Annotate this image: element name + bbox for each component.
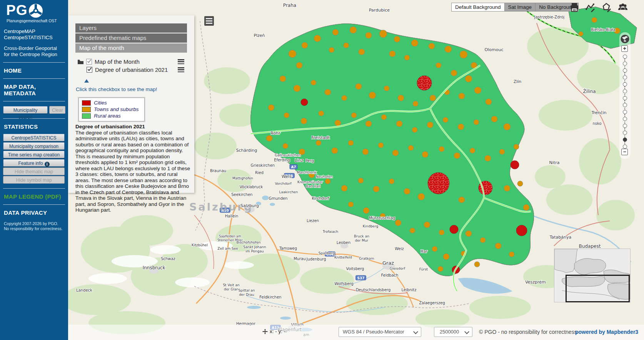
svg-text:Bad Hall: Bad Hall: [306, 184, 320, 188]
svg-text:Weiz: Weiz: [395, 247, 404, 251]
users-icon[interactable]: [618, 2, 628, 12]
zoom-slider-stop[interactable]: [623, 55, 627, 59]
municipality-comparison-button[interactable]: Municipality comparison: [3, 142, 65, 150]
print-icon[interactable]: [569, 2, 579, 12]
svg-text:Wels: Wels: [282, 174, 292, 179]
zoom-slider-stop[interactable]: [623, 124, 627, 128]
centropemap-link[interactable]: CentropeMAP: [4, 28, 35, 34]
svg-text:Zalaegerszeg: Zalaegerszeg: [419, 301, 445, 305]
zoom-slider-stop[interactable]: [623, 110, 627, 114]
pgo-logo-text: PG: [6, 3, 27, 18]
centropestatistics-button[interactable]: CentropeSTATISTICS: [3, 134, 65, 141]
accordion-map-of-the-month[interactable]: Map of the month: [75, 43, 187, 53]
zoom-slider-stop[interactable]: [623, 68, 627, 73]
zoom-out-button[interactable]: −: [621, 149, 628, 155]
zoom-slider-stop[interactable]: [623, 117, 627, 121]
svg-text:der Mur: der Mur: [355, 239, 369, 242]
svg-text:Seekirchen: Seekirchen: [231, 192, 252, 197]
powered-by-link[interactable]: powered by Mapbender3: [575, 329, 638, 335]
folder-icon: [77, 59, 84, 65]
measure-area-icon[interactable]: [602, 2, 612, 12]
city-sopron: [450, 225, 458, 234]
map-tools: [569, 2, 628, 12]
srs-select[interactable]: WGS 84 / Pseudo-Mercator: [339, 327, 421, 337]
legend-item: Rural areas: [82, 113, 139, 119]
svg-text:Bischofshofen: Bischofshofen: [237, 240, 261, 244]
hint-link[interactable]: Click this checkbox to see the map!: [68, 83, 194, 92]
svg-text:Freistadt: Freistadt: [311, 135, 330, 140]
svg-text:Fürst: Fürst: [419, 267, 428, 271]
zoom-world-extent-icon[interactable]: [621, 35, 629, 43]
svg-text:Leibnitz: Leibnitz: [402, 288, 417, 292]
nav-home[interactable]: HOME: [0, 63, 68, 74]
hide-thematic-map-button: Hide thematic map: [3, 168, 65, 175]
svg-text:Murau: Murau: [294, 257, 306, 261]
svg-text:der Glan: der Glan: [224, 287, 239, 291]
legend-item: Cities: [82, 100, 139, 106]
accordion-layers[interactable]: Layers: [75, 23, 187, 33]
svg-text:der Drau: der Drau: [239, 293, 254, 297]
layer-label[interactable]: Map of the Month: [95, 58, 178, 65]
zoom-slider-stop[interactable]: [623, 75, 627, 80]
nav-map-data-metadata[interactable]: MAP DATA, METADATA: [0, 79, 68, 96]
info-icon: i: [45, 162, 50, 167]
layer-checkbox-map-of-the-month[interactable]: [86, 59, 92, 65]
zoom-slider-stop[interactable]: [623, 96, 627, 100]
zoom-in-button[interactable]: +: [621, 45, 628, 52]
sidepane-toggle-icon[interactable]: [204, 16, 214, 26]
legend-label: Cities: [94, 100, 107, 106]
svg-text:nsko: nsko: [592, 121, 601, 126]
layer-menu-icon[interactable]: [178, 59, 184, 64]
svg-text:Judenburg: Judenburg: [306, 257, 326, 261]
sidebar: PG Planungsgemeinschaft OST CentropeMAP …: [0, 0, 68, 340]
default-background-button[interactable]: Default Background: [451, 3, 505, 12]
layer-label[interactable]: Degree of urbanisation 2021: [95, 66, 178, 73]
zoom-slider-stop[interactable]: [623, 61, 627, 66]
svg-text:Perg: Perg: [305, 159, 314, 163]
layer-panel: LayersPredefined thematic mapsMap of the…: [68, 15, 194, 193]
svg-text:Tamsweg: Tamsweg: [279, 246, 297, 250]
zoom-slider-stop[interactable]: [623, 89, 627, 93]
thematic-legend: CitiesTowns and suburbsRural areas: [78, 98, 145, 121]
layer-checkbox-degree-of-urbanisation[interactable]: [87, 67, 92, 73]
layer-description: Degree of urbanisation 2021 The degree o…: [68, 121, 194, 213]
overview-extent-rectangle[interactable]: [566, 275, 630, 302]
svg-text:Feldkirchen: Feldkirchen: [259, 295, 281, 299]
svg-text:Linz: Linz: [295, 158, 303, 163]
accordion-predefined-thematic-maps[interactable]: Predefined thematic maps: [75, 33, 187, 43]
svg-text:Gleisdorf: Gleisdorf: [390, 267, 405, 270]
zoom-slider-stop[interactable]: [623, 144, 627, 149]
zoom-slider-stop[interactable]: [623, 82, 627, 86]
scale-select[interactable]: 2500000: [434, 327, 472, 337]
zoom-slider[interactable]: [619, 55, 631, 148]
svg-text:Jastrzębie-Zdrój: Jastrzębie-Zdrój: [534, 15, 565, 19]
zoom-slider-stop[interactable]: [623, 103, 627, 107]
chevron-down-icon: [464, 329, 469, 334]
municipality-search-button[interactable]: Municipality search: [3, 106, 48, 114]
feature-info-button[interactable]: Feature infoi: [3, 159, 65, 167]
time-series-map-creation-button[interactable]: Time series map creation: [3, 151, 65, 158]
move-cross-icon: [262, 329, 268, 334]
pgo-logo[interactable]: PG: [0, 0, 68, 18]
layer-row-degree-of-urbanisation[interactable]: Degree of urbanisation 2021: [77, 66, 194, 74]
background-switcher: Default BackgroundSat ImageNo Background: [451, 3, 579, 12]
svg-text:Eferding: Eferding: [274, 158, 290, 162]
data-privacy-link[interactable]: DATA PRIVACY: [0, 205, 68, 216]
map-legend-pdf-link[interactable]: MAP LEGEND (PDF): [0, 189, 68, 200]
zoom-slider-handle[interactable]: [623, 138, 627, 142]
sat-image-button[interactable]: Sat Image: [505, 3, 536, 12]
city-trnava: [511, 161, 519, 169]
tagline: Cross-Border Geoportalfor the Centrope R…: [0, 41, 68, 58]
overview-map[interactable]: [554, 249, 631, 302]
svg-text:Innsbruck: Innsbruck: [143, 265, 165, 270]
collapse-arrow-icon[interactable]: [84, 79, 89, 83]
zoom-slider-stop[interactable]: [623, 131, 627, 135]
layer-row-map-of-the-month[interactable]: Map of the Month: [77, 58, 194, 66]
svg-text:Trofaiach: Trofaiach: [322, 230, 339, 234]
svg-text:Sankt Johann: Sankt Johann: [243, 245, 266, 249]
legend-label: Rural areas: [94, 113, 121, 119]
centropestatistics-link[interactable]: CentropeSTATISTICS: [4, 35, 53, 40]
svg-text:Voitsberg: Voitsberg: [346, 267, 364, 271]
layer-menu-icon[interactable]: [178, 67, 184, 72]
measure-line-icon[interactable]: [586, 2, 596, 12]
